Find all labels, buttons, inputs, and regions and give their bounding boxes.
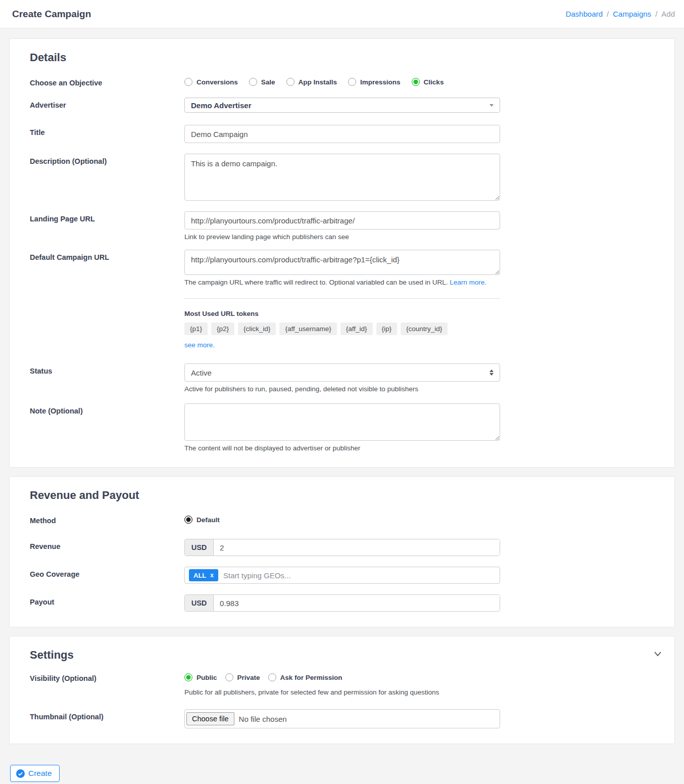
status-row: Status Active Active for publishers to r… — [21, 363, 663, 393]
visibility-row: Visibility (Optional) Public Private Ask… — [21, 671, 663, 696]
revenue-payout-heading: Revenue and Payout — [21, 489, 663, 502]
main-content: Details Choose an Objective Conversions … — [0, 28, 684, 782]
radio-sale[interactable]: Sale — [249, 78, 275, 86]
radio-icon — [184, 78, 192, 86]
note-row: Note (Optional) The content will not be … — [21, 403, 663, 452]
method-row: Method Default — [21, 513, 663, 526]
token-chips: {p1} {p2} {click_id} {aff_username} {aff… — [184, 322, 500, 335]
radio-icon — [225, 673, 233, 681]
radio-icon — [412, 78, 420, 86]
currency-addon: USD — [185, 539, 214, 556]
breadcrumb-separator: / — [607, 10, 609, 18]
chevron-down-icon — [490, 104, 494, 107]
description-textarea[interactable]: This is a demo campaign. — [184, 154, 500, 201]
token-chip[interactable]: {p2} — [211, 322, 234, 335]
token-chip[interactable]: {ip} — [376, 322, 398, 335]
radio-icon — [286, 78, 295, 86]
radio-icon — [268, 673, 276, 681]
learn-more-link[interactable]: Learn more. — [450, 279, 486, 286]
url-tokens-block: Most Used URL tokens {p1} {p2} {click_id… — [184, 310, 500, 349]
details-heading: Details — [21, 51, 663, 64]
radio-icon — [184, 516, 192, 524]
visibility-label: Visibility (Optional) — [21, 671, 184, 696]
radio-impressions[interactable]: Impressions — [348, 78, 401, 86]
token-chip[interactable]: {country_id} — [401, 322, 448, 335]
chevron-down-icon[interactable] — [653, 651, 662, 660]
create-button[interactable]: Create — [10, 765, 60, 782]
campaign-url-row: Default Campaign URL http://planyourtour… — [21, 250, 663, 310]
objective-row: Choose an Objective Conversions Sale App… — [21, 75, 663, 87]
breadcrumb-campaigns-link[interactable]: Campaigns — [613, 10, 651, 18]
geo-chip-all[interactable]: ALL x — [189, 569, 218, 581]
radio-conversions[interactable]: Conversions — [184, 78, 238, 86]
thumbnail-file-input[interactable]: Choose file No file chosen — [184, 709, 500, 728]
description-label: Description (Optional) — [21, 154, 184, 201]
note-textarea[interactable] — [184, 403, 500, 441]
revenue-input[interactable] — [214, 539, 500, 556]
landing-url-input[interactable] — [184, 211, 500, 229]
breadcrumb: Dashboard / Campaigns / Add — [566, 10, 675, 18]
note-label: Note (Optional) — [21, 403, 184, 452]
file-status-text: No file chosen — [239, 715, 287, 723]
radio-clicks[interactable]: Clicks — [412, 78, 444, 86]
top-header: Create Campaign Dashboard / Campaigns / … — [0, 0, 684, 28]
breadcrumb-current: Add — [661, 10, 675, 18]
status-select[interactable]: Active — [184, 363, 500, 382]
advertiser-label: Advertiser — [21, 98, 184, 113]
radio-icon — [348, 78, 356, 86]
advertiser-row: Advertiser Demo Advertiser — [21, 98, 663, 113]
radio-ask-for-permission[interactable]: Ask for Permission — [268, 673, 343, 681]
page-title: Create Campaign — [12, 9, 91, 20]
visibility-radio-group: Public Private Ask for Permission — [184, 671, 500, 681]
see-more-link[interactable]: see more. — [184, 341, 215, 349]
objective-radio-group: Conversions Sale App Installs Impression… — [184, 75, 500, 86]
status-help: Active for publishers to run, paused, pe… — [184, 385, 500, 393]
token-chip[interactable]: {p1} — [184, 322, 208, 335]
revenue-label: Revenue — [21, 539, 184, 556]
token-chip[interactable]: {click_id} — [238, 322, 276, 335]
campaign-url-help: The campaign URL where traffic will redi… — [184, 279, 500, 286]
radio-icon — [249, 78, 257, 86]
radio-private[interactable]: Private — [225, 673, 260, 681]
thumbnail-row: Thumbnail (Optional) Choose file No file… — [21, 709, 663, 728]
remove-chip-icon[interactable]: x — [210, 572, 214, 579]
tokens-title: Most Used URL tokens — [184, 310, 500, 317]
radio-public[interactable]: Public — [184, 673, 217, 681]
settings-card: Settings Visibility (Optional) Public Pr… — [9, 636, 675, 744]
landing-url-label: Landing Page URL — [21, 211, 184, 241]
visibility-help: Public for all publishers, private for s… — [184, 688, 500, 696]
divider — [184, 298, 500, 299]
geo-typeahead-input[interactable] — [223, 571, 496, 580]
token-chip[interactable]: {aff_username} — [279, 322, 336, 335]
select-arrows-icon — [490, 370, 494, 376]
method-label: Method — [21, 513, 184, 526]
radio-app-installs[interactable]: App Installs — [286, 78, 337, 86]
settings-heading: Settings — [21, 649, 663, 662]
campaign-url-label: Default Campaign URL — [21, 250, 184, 310]
details-card: Details Choose an Objective Conversions … — [9, 38, 675, 468]
revenue-input-group: USD — [184, 539, 500, 556]
payout-input[interactable] — [214, 595, 500, 611]
payout-label: Payout — [21, 594, 184, 612]
radio-icon — [184, 673, 192, 681]
breadcrumb-dashboard-link[interactable]: Dashboard — [566, 10, 603, 18]
advertiser-select[interactable]: Demo Advertiser — [184, 98, 500, 113]
title-input[interactable] — [184, 125, 500, 143]
title-row: Title — [21, 125, 663, 143]
status-label: Status — [21, 363, 184, 393]
form-footer: Create — [9, 753, 675, 782]
currency-addon: USD — [185, 595, 214, 611]
landing-url-help: Link to preview landing page which publi… — [184, 233, 500, 241]
payout-row: Payout USD — [21, 594, 663, 612]
token-chip[interactable]: {aff_id} — [340, 322, 373, 335]
geo-coverage-input-box[interactable]: ALL x — [184, 567, 500, 584]
breadcrumb-separator: / — [655, 10, 657, 18]
thumbnail-label: Thumbnail (Optional) — [21, 709, 184, 728]
revenue-payout-card: Revenue and Payout Method Default Revenu… — [9, 476, 675, 627]
radio-method-default[interactable]: Default — [184, 513, 220, 524]
revenue-row: Revenue USD — [21, 539, 663, 556]
payout-input-group: USD — [184, 594, 500, 612]
choose-file-button[interactable]: Choose file — [186, 712, 234, 725]
campaign-url-textarea[interactable]: http://planyourtours.com/product/traffic… — [184, 250, 500, 275]
geo-coverage-row: Geo Coverage ALL x — [21, 567, 663, 584]
